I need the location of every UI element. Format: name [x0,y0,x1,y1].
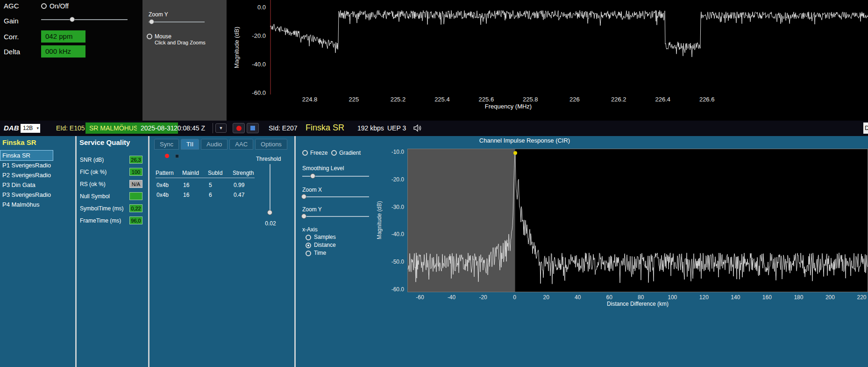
tab-options[interactable]: Options [255,139,287,150]
bottom-row: Finska SR Finska SRP1 SverigesRadioP2 Sv… [0,136,868,367]
quality-value-badge [129,192,142,200]
service-list-item[interactable]: P3 SverigesRadio [0,190,75,200]
spectrum-zoom-y-track[interactable] [149,22,205,22]
corr-value: 042 ppm [41,30,85,43]
record-button[interactable] [233,123,245,133]
cir-panel: Channel Impulse Response (CIR) Freeze Gr… [296,136,868,367]
spectrum-x-tick-label: 226.4 [651,96,675,103]
cir-zoom-y-track[interactable] [302,216,369,217]
spectrum-x-tick-label: 225 [342,96,365,103]
threshold-value: 0.02 [263,220,277,227]
spectrum-chart[interactable] [270,0,868,94]
tii-table-cell: 16 [183,182,189,188]
quality-label: FrameTime (ms) [80,217,121,224]
cir-y-ticks: -10.0-20.0-30.0-40.0-50.0-60.0 [387,149,406,292]
gain-slider-track[interactable] [41,19,128,20]
tii-table-cell: 0x4b [157,192,169,198]
tab-aac[interactable]: AAC [229,139,253,150]
gain-slider-thumb[interactable] [70,17,75,22]
quality-label: FIC (ok %) [80,169,107,175]
current-service-name: Finska SR [306,123,344,133]
tab-audio[interactable]: Audio [201,139,228,150]
service-list-item[interactable]: P4 Malmöhus [0,200,75,209]
cir-x-tick-label: 160 [758,294,776,301]
combo-arrow-icon: ▾ [36,124,39,132]
cir-zoom-x-label: Zoom X [302,187,322,193]
smoothing-slider-thumb[interactable] [310,173,315,179]
spectrum-x-tick-label: 224.8 [298,96,321,103]
dropdown-arrow-icon: ▼ [219,126,223,130]
spectrum-x-tick-label: 225.8 [519,96,542,103]
freeze-label: Freeze [310,150,327,156]
cir-y-tick-label: -50.0 [391,259,404,265]
service-list-item[interactable]: P2 SverigesRadio [0,170,75,180]
tii-square-indicator-icon [175,154,179,158]
xaxis-option-samples[interactable]: Samples [306,234,362,242]
dropdown-button[interactable]: ▼ [215,123,227,133]
cir-y-axis-title: Magnitude (dB) [376,201,383,239]
quality-row: SymbolTime (ms)0,22 [77,205,148,215]
ensemble-name-badge: SR MALMÖHUS [85,122,142,134]
speaker-icon[interactable] [413,124,422,132]
service-quality-panel: Service Quality SNR (dB)26,3FIC (ok %)10… [77,136,148,367]
xaxis-option-label: Time [314,250,326,256]
spectrum-y-tick-label: -20.0 [252,32,266,39]
stop-button[interactable] [247,123,259,133]
gradient-radio[interactable] [331,150,337,156]
xaxis-option-time[interactable]: Time [306,250,362,258]
quality-value-badge: 96,0 [129,216,142,224]
cir-chart[interactable] [407,149,868,292]
cir-x-tick-label: 180 [789,294,808,301]
cir-y-axis-title-wrap: Magnitude (dB) [376,149,383,292]
service-list-item[interactable]: P3 Din Gata [0,180,75,190]
cir-zoom-x-track[interactable] [302,196,369,197]
tii-table-header: Pattern [156,170,174,176]
service-id: SId: E207 [269,124,298,132]
quality-label: SymbolTime (ms) [80,205,124,212]
cir-x-tick-label: 80 [632,294,650,301]
spectrum-x-axis-title: Frequency (MHz) [270,103,747,110]
cir-x-axis-title: Distance Difference (km) [407,301,868,307]
spectrum-panel: Magnitude (dB) 0.0-20.0-40.0-60.0 224.82… [227,0,868,121]
radio-icon[interactable] [306,243,311,248]
cir-y-tick-label: -20.0 [391,176,404,183]
protection-label: UEP 3 [387,124,406,132]
tii-table-cell: 16 [183,192,189,198]
tii-table-header: MainId [182,170,199,176]
spectrum-zoom-y-thumb[interactable] [149,19,154,24]
service-list-item[interactable]: P1 SverigesRadio [0,160,75,170]
quality-label: Null Symbol [80,193,110,200]
service-list-item[interactable]: Finska SR [0,151,53,160]
stop-icon [250,126,255,130]
mouse-mode-radio[interactable] [147,34,152,39]
quality-value-badge: 26,3 [129,156,142,164]
cir-zoom-x-thumb[interactable] [301,194,306,199]
tab-sync[interactable]: Sync [154,139,179,150]
cir-x-tick-label: 20 [537,294,555,301]
quality-value-badge: N/A [129,180,142,188]
tii-table-header: Strength [233,170,254,176]
smoothing-level-label: Smoothing Level [302,165,344,172]
tuner-panel: AGC On/Off Gain Corr. 042 ppm Delta 000 … [0,0,142,121]
tii-table-cell: 0.47 [234,192,244,198]
xaxis-option-distance[interactable]: Distance [306,242,362,250]
edge-button[interactable]: D [863,122,868,134]
mouse-mode-label: Mouse [155,33,171,40]
cir-xaxis-options: SamplesDistanceTime [306,234,366,262]
services-panel: Finska SR Finska SRP1 SverigesRadioP2 Sv… [0,136,75,367]
cir-x-tick-label: 120 [695,294,713,301]
agc-on-off-radio[interactable] [41,3,47,9]
freeze-radio[interactable] [302,150,308,156]
tab-tii[interactable]: TII [181,139,199,150]
quality-row: SNR (dB)26,3 [77,157,148,166]
channel-combobox[interactable]: 12B ▾ [21,124,40,133]
xaxis-option-label: Samples [314,234,336,240]
delta-label: Delta [4,48,20,56]
agc-on-off-label: On/Off [50,2,69,10]
spectrum-x-tick-label: 226.2 [607,96,630,103]
tii-table-header-rule [156,178,255,178]
radio-icon[interactable] [306,235,311,240]
cir-zoom-y-thumb[interactable] [301,214,306,219]
cir-x-axis-label: x-Axis [302,226,318,233]
radio-icon[interactable] [306,251,311,256]
